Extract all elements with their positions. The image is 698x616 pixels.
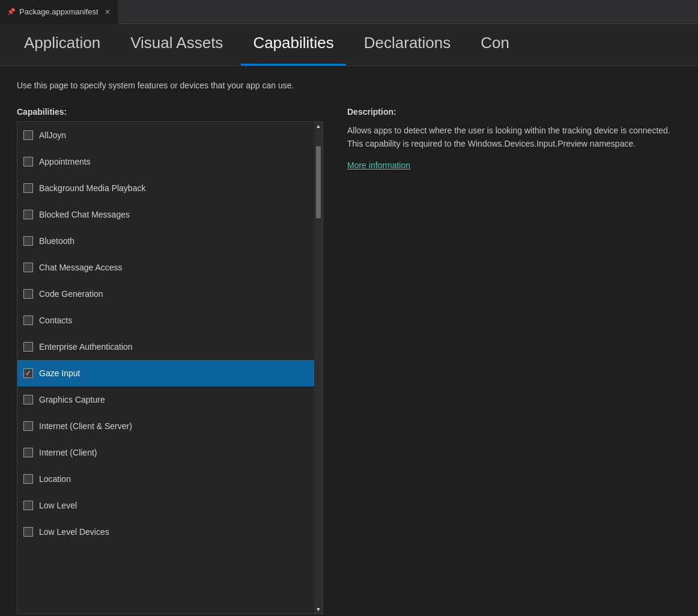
cap-label-low-level: Low Level [39,501,77,510]
cap-label-internet-client: Internet (Client) [39,448,97,457]
cap-label-internet-client-server: Internet (Client & Server) [39,421,132,431]
description-text: Allows apps to detect where the user is … [347,124,681,151]
list-item[interactable]: Blocked Chat Messages [17,201,314,228]
pin-icon: 📌 [7,8,16,16]
list-item[interactable]: Code Generation [17,281,314,307]
cap-label-code-gen: Code Generation [39,289,103,299]
scrollbar[interactable]: ▲ ▼ [314,122,323,614]
list-item[interactable]: Internet (Client & Server) [17,413,314,439]
checkbox-bluetooth[interactable] [23,236,33,246]
cap-label-alljoyn: AllJoyn [39,130,66,140]
content-area: Capabilities: AllJoyn Appointments Backg… [17,107,681,614]
scrollbar-thumb[interactable] [316,146,321,218]
cap-label-appointments: Appointments [39,157,91,166]
list-item-gaze-input[interactable]: ✓ Gaze Input [17,360,314,386]
capabilities-list[interactable]: AllJoyn Appointments Background Media Pl… [17,122,314,614]
list-item[interactable]: Internet (Client) [17,439,314,466]
list-item[interactable]: Appointments [17,148,314,175]
checkbox-low-level[interactable] [23,501,33,510]
checkbox-location[interactable] [23,474,33,484]
checkbox-appointments[interactable] [23,157,33,166]
more-info-link[interactable]: More information [347,160,410,170]
scrollbar-arrow-up[interactable]: ▲ [314,122,323,130]
description-panel: Description: Allows apps to detect where… [347,107,681,614]
cap-label-location: Location [39,474,71,484]
tab-declarations[interactable]: Declarations [352,23,463,66]
file-tab[interactable]: 📌 Package.appxmanifest ✕ [0,0,118,24]
capabilities-label: Capabilities: [17,107,323,117]
list-item[interactable]: Contacts [17,307,314,334]
checkbox-low-level-devices[interactable] [23,527,33,537]
checkbox-blocked-chat[interactable] [23,210,33,219]
tab-con[interactable]: Con [469,23,521,66]
capabilities-panel: Capabilities: AllJoyn Appointments Backg… [17,107,323,614]
checkbox-graphics-capture[interactable] [23,395,33,404]
checkbox-alljoyn[interactable] [23,130,33,140]
capabilities-list-container: AllJoyn Appointments Background Media Pl… [17,121,323,614]
list-item[interactable]: Bluetooth [17,228,314,254]
tab-application[interactable]: Application [12,23,112,66]
checkbox-background-media[interactable] [23,183,33,193]
tab-close-button[interactable]: ✕ [105,8,111,16]
checkbox-code-gen[interactable] [23,289,33,299]
tab-capabilities[interactable]: Capabilities [241,23,345,66]
description-label: Description: [347,107,681,117]
checkbox-chat-message[interactable] [23,263,33,272]
cap-label-graphics-capture: Graphics Capture [39,395,105,404]
scrollbar-arrow-down[interactable]: ▼ [314,605,323,614]
list-item[interactable]: Location [17,466,314,492]
list-item[interactable]: Chat Message Access [17,254,314,281]
list-item[interactable]: Background Media Playback [17,175,314,201]
list-item[interactable]: Low Level [17,492,314,519]
checkbox-gaze-input[interactable]: ✓ [23,368,33,378]
list-item[interactable]: Enterprise Authentication [17,334,314,360]
list-item[interactable]: Low Level Devices [17,519,314,545]
cap-label-blocked-chat: Blocked Chat Messages [39,210,130,219]
tab-bar: 📌 Package.appxmanifest ✕ [0,0,698,24]
cap-label-low-level-devices: Low Level Devices [39,527,109,537]
cap-label-gaze-input: Gaze Input [39,368,80,378]
cap-label-enterprise-auth: Enterprise Authentication [39,342,133,352]
checkbox-internet-client[interactable] [23,448,33,457]
tab-label: Package.appxmanifest [19,7,99,16]
main-content: Use this page to specify system features… [0,66,698,616]
list-item[interactable]: Graphics Capture [17,386,314,413]
scrollbar-track: ▲ ▼ [314,122,323,614]
checkbox-contacts[interactable] [23,316,33,325]
cap-label-background-media: Background Media Playback [39,183,145,193]
checkbox-internet-client-server[interactable] [23,421,33,431]
cap-label-bluetooth: Bluetooth [39,236,74,246]
checkbox-enterprise-auth[interactable] [23,342,33,352]
list-item[interactable]: AllJoyn [17,122,314,148]
tab-visual-assets[interactable]: Visual Assets [118,23,235,66]
nav-tabs: Application Visual Assets Capabilities D… [0,24,698,66]
page-description: Use this page to specify system features… [17,81,681,90]
cap-label-chat-message: Chat Message Access [39,263,123,272]
cap-label-contacts: Contacts [39,316,72,325]
